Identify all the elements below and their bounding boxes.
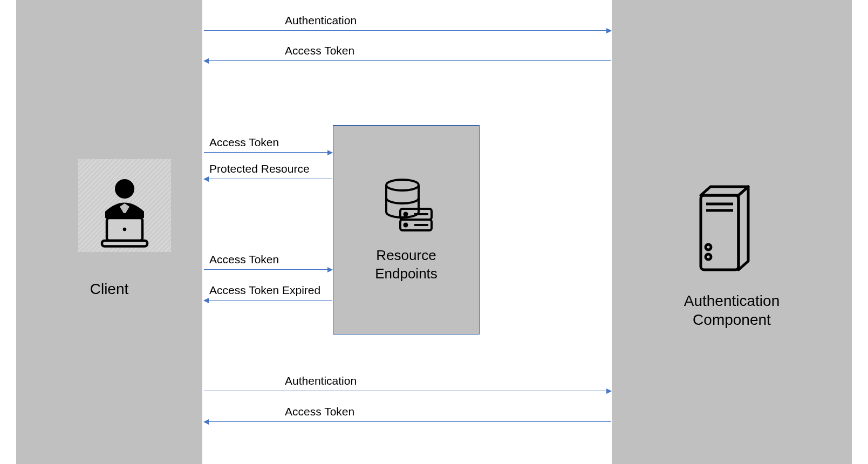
- resource-label: Resource Endpoints: [375, 247, 438, 283]
- auth-label: Authentication Component: [612, 291, 852, 329]
- svg-point-13: [405, 224, 407, 227]
- resource-endpoints-box: Resource Endpoints: [333, 125, 480, 335]
- arrow-access-token-3: [204, 269, 332, 270]
- resource-label-line2: Endpoints: [375, 265, 438, 282]
- arrow-access-token-4: [204, 421, 611, 422]
- arrow-authentication-2: [204, 391, 611, 391]
- resource-label-line1: Resource: [376, 247, 436, 263]
- client-icon: [78, 159, 171, 252]
- label-access-token-expired: Access Token Expired: [209, 284, 320, 297]
- label-access-token-1: Access Token: [285, 44, 354, 57]
- auth-label-line2: Component: [693, 311, 771, 328]
- label-protected-resource: Protected Resource: [209, 162, 310, 175]
- svg-point-8: [706, 254, 711, 260]
- arrow-protected-resource: [204, 179, 332, 179]
- arrow-authentication-1: [204, 30, 611, 31]
- arrow-access-token-2: [204, 152, 332, 153]
- arrow-access-token-expired: [204, 300, 332, 301]
- svg-point-12: [405, 213, 407, 216]
- database-server-icon: [377, 176, 436, 236]
- label-authentication-1: Authentication: [285, 14, 357, 27]
- arrow-access-token-1: [204, 60, 611, 61]
- svg-point-2: [123, 228, 127, 231]
- svg-point-9: [386, 180, 419, 190]
- label-access-token-4: Access Token: [285, 405, 354, 418]
- label-access-token-2: Access Token: [209, 136, 279, 149]
- label-access-token-3: Access Token: [209, 253, 279, 266]
- svg-rect-3: [102, 241, 147, 247]
- auth-label-line1: Authentication: [684, 292, 780, 309]
- label-authentication-2: Authentication: [285, 374, 357, 387]
- svg-point-7: [706, 244, 711, 250]
- client-label: Client: [16, 281, 202, 298]
- server-icon: [695, 183, 760, 275]
- svg-point-0: [115, 179, 134, 199]
